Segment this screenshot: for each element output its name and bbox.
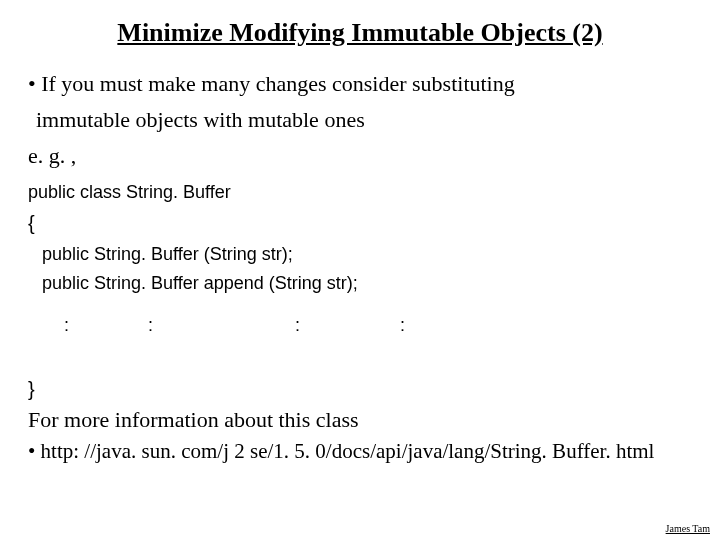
bullet-line-1: • If you must make many changes consider… [28,70,692,98]
code-constructor: public String. Buffer (String str); [28,241,692,268]
slide-title: Minimize Modifying Immutable Objects (2) [28,18,692,48]
example-label: e. g. , [28,143,692,169]
reference-link: • http: //java. sun. com/j 2 se/1. 5. 0/… [28,439,692,464]
more-info-text: For more information about this class [28,407,692,433]
code-open-brace: { [28,212,692,235]
spacer [28,354,692,372]
code-ellipsis: : : : : [28,315,692,336]
code-append: public String. Buffer append (String str… [28,270,692,297]
code-class-decl: public class String. Buffer [28,179,692,206]
slide: Minimize Modifying Immutable Objects (2)… [0,0,720,540]
bullet-line-2: immutable objects with mutable ones [36,106,692,134]
author-name: James Tam [666,523,710,534]
code-close-brace: } [28,378,692,401]
